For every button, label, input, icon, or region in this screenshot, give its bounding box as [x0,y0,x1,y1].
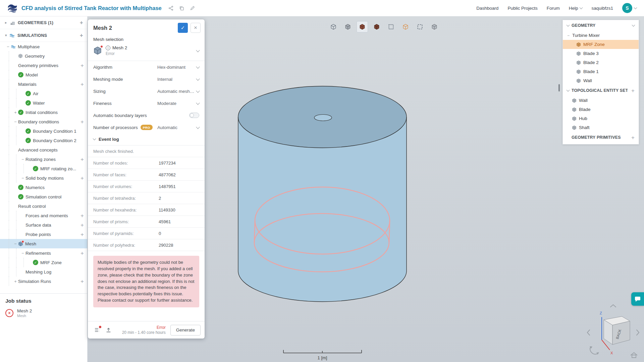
add-entity-set-icon[interactable]: + [630,88,635,94]
processors-select[interactable]: Automatic [157,125,199,130]
entity-set-shaft[interactable]: Shaft [563,123,639,132]
help-menu[interactable]: Help [569,6,583,11]
add-simulation-icon[interactable]: + [77,33,83,38]
account-menu[interactable]: S [622,3,637,13]
sizing-select[interactable]: Automatic mesh sizi [157,89,199,94]
expander-icon[interactable]: − [20,157,25,162]
scene-item-turbine-mixer[interactable]: − Turbine Mixer [563,31,639,40]
tree-item-initial-conditions[interactable]: +✓Initial conditions [0,108,87,117]
tree-item-result-control[interactable]: Result control [0,201,87,211]
tree-item-numerics[interactable]: ✓Numerics [0,183,87,192]
tree-item-mrf-zone[interactable]: ✓MRF Zone [0,258,87,267]
add-geometry-icon[interactable]: + [77,20,83,25]
apply-button[interactable]: ✓ [178,23,188,33]
scene-item-blade-2[interactable]: Blade 2 [563,58,639,67]
entity-set-wall[interactable]: Wall [563,96,639,105]
add-icon[interactable]: + [78,175,84,181]
tree-item-air[interactable]: ✓Air [0,89,87,98]
mesh-view-icon[interactable] [357,21,368,33]
expander-icon[interactable]: − [567,33,572,38]
box-select-icon[interactable] [414,21,426,33]
simscale-logo[interactable] [7,3,17,13]
tree-item-multiphase[interactable]: −Multiphase [0,42,87,51]
scene-item-blade-3[interactable]: Blade 3 [563,49,639,58]
rotate-left-arrow[interactable] [587,330,590,335]
boundary-layers-toggle[interactable] [189,113,199,118]
mesh-clip-icon[interactable] [371,21,382,33]
add-icon[interactable]: + [78,213,84,219]
tree-item-advanced-concepts[interactable]: Advanced concepts [0,145,87,155]
scene-item-blade-1[interactable]: Blade 1 [563,67,639,76]
expander-icon[interactable]: + [13,110,18,115]
nav-forum[interactable]: Forum [547,6,560,11]
username[interactable]: saquibfzs1 [591,6,613,11]
scene-item-mrf-zone[interactable]: MRF Zone [563,40,639,49]
expander-icon[interactable]: − [5,44,11,49]
tree-item-simulation-runs[interactable]: +Simulation Runs+ [0,277,87,286]
tree-item-solid-body-motions[interactable]: −Solid body motions+ [0,173,87,183]
home-view-icon[interactable] [631,353,637,358]
mesh-quality-icon[interactable] [342,21,354,33]
rotate-scene-icon[interactable] [590,346,599,355]
add-icon[interactable]: + [78,81,84,87]
tree-item-mrf-rotating-zo[interactable]: ✓MRF rotating zo... [0,164,87,173]
tree-item-boundary-condition-1[interactable]: ✓Boundary Condition 1 [0,126,87,136]
chevron-right-icon[interactable]: ▸ [3,20,9,25]
mesh-selector[interactable]: i Mesh 2 Error [88,45,205,61]
export-icon[interactable] [103,325,113,335]
expander-icon[interactable]: − [13,119,18,124]
simulations-section-header[interactable]: ▾ SIMULATIONS + [0,29,87,42]
job-status-item[interactable]: × Mesh 2 Mesh [5,308,82,318]
topological-section-header[interactable]: TOPOLOGICAL ENTITY SETS + [563,85,639,96]
tree-item-probe-points[interactable]: Probe points+ [0,230,87,239]
share-icon[interactable] [168,6,173,11]
copy-icon[interactable] [179,6,184,11]
tree-item-meshing-log[interactable]: Meshing Log [0,267,87,277]
rotate-up-arrow[interactable] [610,305,616,307]
algorithm-select[interactable]: Hex-dominant [157,65,199,70]
tree-item-refinements[interactable]: −Refinements+ [0,248,87,258]
tree-item-simulation-control[interactable]: ✓Simulation control [0,192,87,201]
add-icon[interactable]: + [78,222,84,228]
transform-tool-icon[interactable] [385,21,397,33]
tree-item-materials[interactable]: Materials+ [0,79,87,89]
tree-item-model[interactable]: ✓Model [0,70,87,79]
edit-icon[interactable] [190,6,195,11]
cell-zones-icon[interactable] [400,21,411,33]
add-icon[interactable]: + [78,279,84,284]
add-icon[interactable]: + [78,232,84,237]
solid-view-icon[interactable] [328,21,339,33]
collapse-panel-icon[interactable] [632,23,635,26]
entity-set-blade[interactable]: Blade [563,105,639,114]
tree-item-forces-and-moments[interactable]: Forces and moments+ [0,211,87,220]
tree-item-geometry-primitives[interactable]: Geometry primitives+ [0,61,87,70]
shaft-hole[interactable] [314,115,332,121]
tree-item-rotating-zones[interactable]: −Rotating zones+ [0,155,87,164]
tree-item-boundary-conditions[interactable]: −Boundary conditions+ [0,117,87,126]
scene-item-wall[interactable]: Wall [563,76,639,85]
tree-item-surface-data[interactable]: Surface data+ [0,220,87,230]
geometries-section-header[interactable]: ▸ GEOMETRIES (1) + [0,16,87,29]
expander-icon[interactable]: − [20,176,25,181]
hidden-geometry-icon[interactable] [429,21,440,33]
event-log-list-icon[interactable] [92,325,102,335]
event-log-toggle[interactable]: Event log [88,133,205,145]
view-cube[interactable] [604,316,630,345]
generate-button[interactable]: Generate [170,325,201,336]
tree-item-water[interactable]: ✓Water [0,98,87,108]
entity-set-hub[interactable]: Hub [563,114,639,123]
add-icon[interactable]: + [78,119,84,125]
avatar[interactable]: S [622,3,632,13]
expander-icon[interactable]: + [13,279,18,284]
add-icon[interactable]: + [78,157,84,162]
nav-public-projects[interactable]: Public Projects [507,6,537,11]
tree-item-geometry[interactable]: Geometry [0,51,87,61]
meshing-mode-select[interactable]: Internal [157,77,199,82]
fineness-select[interactable]: Moderate [157,101,199,106]
close-button[interactable]: × [191,23,201,33]
add-primitive-icon[interactable]: + [630,135,635,140]
scrollbar-thumb[interactable] [558,84,560,92]
tree-item-boundary-condition-2[interactable]: ✓Boundary Condition 2 [0,136,87,145]
nav-dashboard[interactable]: Dashboard [476,6,498,11]
geometry-section-header[interactable]: GEOMETRY [563,20,639,31]
